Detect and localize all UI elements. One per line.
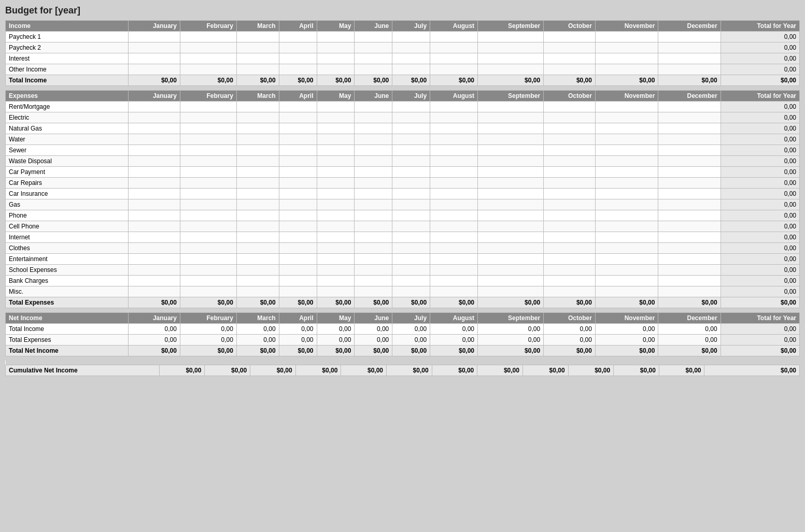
- cell[interactable]: [317, 243, 355, 254]
- cell[interactable]: [317, 32, 355, 42]
- cell[interactable]: [129, 221, 180, 232]
- cell[interactable]: [355, 254, 392, 265]
- cell[interactable]: [544, 286, 596, 297]
- cell[interactable]: [355, 265, 392, 276]
- cell[interactable]: [355, 286, 392, 297]
- cell[interactable]: [478, 145, 544, 156]
- cell[interactable]: [544, 145, 596, 156]
- cell[interactable]: [430, 232, 478, 243]
- cell[interactable]: [180, 243, 236, 254]
- cell[interactable]: [544, 42, 596, 53]
- cell[interactable]: [658, 276, 721, 286]
- cell[interactable]: [430, 156, 478, 167]
- cell[interactable]: [544, 167, 596, 178]
- cell[interactable]: [544, 189, 596, 199]
- cell[interactable]: [129, 276, 180, 286]
- cell[interactable]: [544, 64, 596, 75]
- cell[interactable]: [595, 64, 658, 75]
- cell[interactable]: [236, 156, 279, 167]
- cell[interactable]: [658, 42, 721, 53]
- cell[interactable]: [478, 189, 544, 199]
- cell[interactable]: [355, 123, 392, 134]
- cell[interactable]: [236, 221, 279, 232]
- cell[interactable]: [355, 167, 392, 178]
- cell[interactable]: [595, 42, 658, 53]
- cell[interactable]: [180, 210, 236, 221]
- cell[interactable]: [478, 64, 544, 75]
- cell[interactable]: [430, 221, 478, 232]
- cell[interactable]: [129, 210, 180, 221]
- cell[interactable]: [595, 134, 658, 145]
- cell[interactable]: [180, 112, 236, 123]
- cell[interactable]: [595, 53, 658, 64]
- cell[interactable]: [595, 145, 658, 156]
- cell[interactable]: [544, 53, 596, 64]
- cell[interactable]: [180, 102, 236, 112]
- cell[interactable]: [236, 286, 279, 297]
- cell[interactable]: [392, 210, 430, 221]
- cell[interactable]: [478, 265, 544, 276]
- cell[interactable]: [430, 123, 478, 134]
- cell[interactable]: [129, 102, 180, 112]
- cell[interactable]: [355, 232, 392, 243]
- cell[interactable]: [279, 210, 317, 221]
- cell[interactable]: [317, 189, 355, 199]
- cell[interactable]: [595, 232, 658, 243]
- cell[interactable]: [317, 145, 355, 156]
- cell[interactable]: [658, 32, 721, 42]
- cell[interactable]: [180, 42, 236, 53]
- cell[interactable]: [129, 199, 180, 210]
- cell[interactable]: [129, 243, 180, 254]
- cell[interactable]: [478, 102, 544, 112]
- cell[interactable]: [430, 32, 478, 42]
- cell[interactable]: [392, 156, 430, 167]
- cell[interactable]: [595, 286, 658, 297]
- cell[interactable]: [658, 243, 721, 254]
- cell[interactable]: [544, 102, 596, 112]
- cell[interactable]: [478, 199, 544, 210]
- cell[interactable]: [544, 178, 596, 189]
- cell[interactable]: [279, 254, 317, 265]
- cell[interactable]: [430, 210, 478, 221]
- cell[interactable]: [658, 53, 721, 64]
- cell[interactable]: [317, 286, 355, 297]
- cell[interactable]: [180, 53, 236, 64]
- cell[interactable]: [430, 243, 478, 254]
- cell[interactable]: [478, 134, 544, 145]
- cell[interactable]: [658, 178, 721, 189]
- cell[interactable]: [595, 123, 658, 134]
- cell[interactable]: [478, 32, 544, 42]
- cell[interactable]: [392, 189, 430, 199]
- cell[interactable]: [236, 210, 279, 221]
- cell[interactable]: [279, 265, 317, 276]
- cell[interactable]: [279, 221, 317, 232]
- cell[interactable]: [355, 199, 392, 210]
- cell[interactable]: [236, 53, 279, 64]
- cell[interactable]: [236, 112, 279, 123]
- cell[interactable]: [392, 123, 430, 134]
- cell[interactable]: [430, 178, 478, 189]
- cell[interactable]: [430, 167, 478, 178]
- cell[interactable]: [129, 167, 180, 178]
- cell[interactable]: [478, 167, 544, 178]
- cell[interactable]: [180, 286, 236, 297]
- cell[interactable]: [236, 189, 279, 199]
- cell[interactable]: [317, 210, 355, 221]
- cell[interactable]: [392, 286, 430, 297]
- cell[interactable]: [236, 123, 279, 134]
- cell[interactable]: [478, 123, 544, 134]
- cell[interactable]: [392, 112, 430, 123]
- cell[interactable]: [544, 210, 596, 221]
- cell[interactable]: [658, 232, 721, 243]
- cell[interactable]: [236, 167, 279, 178]
- cell[interactable]: [317, 156, 355, 167]
- cell[interactable]: [236, 232, 279, 243]
- cell[interactable]: [129, 112, 180, 123]
- cell[interactable]: [392, 178, 430, 189]
- cell[interactable]: [317, 221, 355, 232]
- cell[interactable]: [317, 265, 355, 276]
- cell[interactable]: [430, 53, 478, 64]
- cell[interactable]: [236, 32, 279, 42]
- cell[interactable]: [595, 210, 658, 221]
- cell[interactable]: [355, 189, 392, 199]
